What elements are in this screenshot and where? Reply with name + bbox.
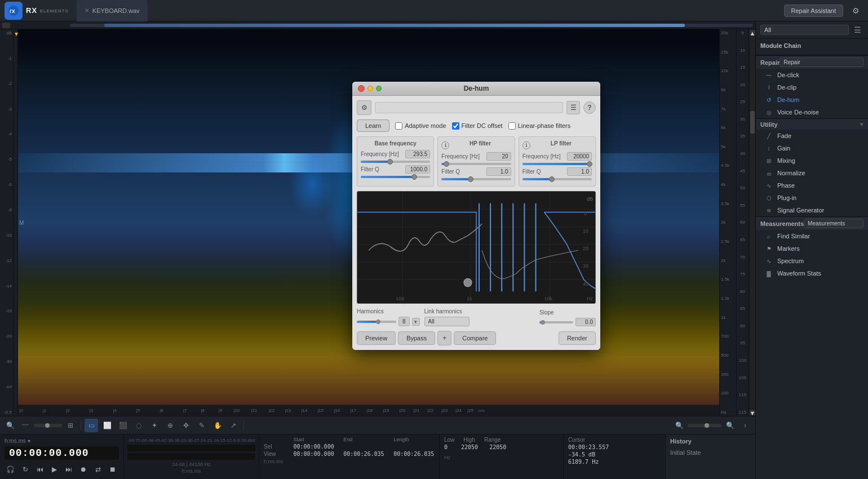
module-fade[interactable]: ╱ Fade <box>756 130 868 142</box>
go-end-btn[interactable]: ⏭ <box>63 463 76 476</box>
zoom-h-slider[interactable] <box>34 424 62 427</box>
module-spectrum[interactable]: ∿ Spectrum <box>756 255 868 267</box>
scrub-btn[interactable]: ⊕ <box>163 419 177 432</box>
module-plugin[interactable]: ⬡ Plug-in <box>756 192 868 204</box>
repair-assistant-button[interactable]: Repair Assistant <box>784 5 843 17</box>
tab-close-icon[interactable]: ✕ <box>85 7 89 14</box>
loop-icon[interactable]: ↻ <box>19 463 32 476</box>
time-mode-label[interactable]: h:ms.ms ▾ <box>5 438 119 444</box>
module-normalize[interactable]: ⚌ Normalize <box>756 167 868 179</box>
select-lasso-btn[interactable]: ◌ <box>132 419 145 432</box>
module-phase[interactable]: ∿ Phase <box>756 179 868 192</box>
dialog-maximize-btn[interactable] <box>376 86 382 91</box>
module-find-similar[interactable]: ⌕ Find Similar <box>756 230 868 242</box>
scroll-thumb[interactable] <box>104 24 685 27</box>
loop-sel-btn[interactable]: ⇄ <box>92 463 104 476</box>
linear-phase-checkbox[interactable] <box>508 122 516 130</box>
lp-freq-slider[interactable] <box>522 163 592 165</box>
file-tab[interactable]: ✕ KEYBOARD.wav <box>77 0 148 21</box>
lp-freq-thumb[interactable] <box>587 161 592 167</box>
utility-category-header[interactable]: Utility ▾ <box>756 118 868 130</box>
slope-slider[interactable] <box>539 321 573 323</box>
dialog-close-btn[interactable] <box>358 85 365 92</box>
hp-filterq-slider[interactable] <box>441 178 511 180</box>
zoom-fit-btn[interactable]: ⊞ <box>64 419 77 432</box>
zoom-v-slider[interactable] <box>688 424 721 427</box>
module-dehum[interactable]: ↺ De-hum <box>756 94 868 106</box>
base-freq-value[interactable]: 293.5 <box>405 150 430 158</box>
hp-freq-value[interactable]: 20 <box>486 152 511 161</box>
learn-btn[interactable]: Learn <box>357 119 389 132</box>
render-btn[interactable]: Render <box>559 331 596 345</box>
record-btn[interactable]: ⏺ <box>77 463 90 476</box>
waveform-btn[interactable]: 〰 <box>19 419 32 432</box>
scroll-track[interactable] <box>70 24 753 27</box>
panel-menu-icon[interactable]: ☰ <box>851 24 863 36</box>
zoom-in-btn[interactable]: 🔍 <box>3 419 17 432</box>
module-markers[interactable]: ⚑ Markers <box>756 242 868 255</box>
slope-thumb[interactable] <box>541 320 545 325</box>
dialog-settings-icon[interactable]: ⚙ <box>357 100 371 115</box>
hand-btn[interactable]: ✋ <box>211 419 224 432</box>
lp-filterq-value[interactable]: 1.0 <box>567 167 592 176</box>
plus-btn[interactable]: + <box>437 331 451 345</box>
dialog-list-icon[interactable]: ☰ <box>566 101 580 114</box>
preview-btn[interactable]: Preview <box>357 331 396 345</box>
base-filterq-value[interactable]: 1000.0 <box>405 165 430 174</box>
headphone-icon[interactable]: 🎧 <box>5 463 17 476</box>
lp-filterq-thumb[interactable] <box>549 176 555 182</box>
harmonics-thumb[interactable] <box>376 320 380 324</box>
harmonics-value[interactable]: 8 <box>398 317 410 326</box>
slope-value[interactable]: 0.0 <box>575 318 596 326</box>
scroll-down-btn[interactable]: ▼ <box>750 410 755 415</box>
bypass-btn[interactable]: Bypass <box>398 331 435 345</box>
zoom-in-v-icon[interactable]: 🔍 <box>723 419 737 432</box>
collapse-btn[interactable] <box>2 23 10 28</box>
dialog-preset-select[interactable] <box>375 102 563 113</box>
arrow-btn[interactable]: ↗ <box>227 419 240 432</box>
harmonics-dropdown-icon[interactable]: ▾ <box>412 318 420 326</box>
lp-freq-value[interactable]: 20000 <box>567 152 592 161</box>
hp-filterq-thumb[interactable] <box>468 176 473 182</box>
zoom-out-icon[interactable]: 🔍 <box>672 419 686 432</box>
pencil-btn[interactable]: ✎ <box>195 419 209 432</box>
select-time-btn[interactable]: ⬜ <box>100 419 114 432</box>
module-mixing[interactable]: ⊞ Mixing <box>756 154 868 167</box>
harmonics-slider[interactable] <box>357 321 396 323</box>
sync-btn[interactable]: ⏹ <box>107 463 119 476</box>
filter-dc-label[interactable]: Filter DC offset <box>452 122 503 130</box>
scroll-track-v[interactable] <box>750 37 755 409</box>
hp-freq-slider[interactable] <box>441 163 511 165</box>
zoom-h-thumb[interactable] <box>45 423 50 428</box>
compare-btn[interactable]: Compare <box>454 331 496 345</box>
measurements-subcategory-select[interactable]: Measurements <box>804 219 863 228</box>
base-freq-slider-thumb[interactable] <box>387 159 393 165</box>
link-harmonics-select[interactable]: All <box>424 317 470 326</box>
module-signal-gen[interactable]: ≋ Signal Generator <box>756 204 868 216</box>
adaptive-mode-checkbox[interactable] <box>395 122 402 130</box>
heal-btn[interactable]: ✥ <box>179 419 193 432</box>
vertical-scrollbar[interactable]: ▲ ▼ <box>749 29 755 416</box>
repair-category-header[interactable]: Repair Repair <box>756 55 868 69</box>
scroll-thumb-v[interactable] <box>750 111 755 134</box>
module-waveform-stats[interactable]: ▓ Waveform Stats <box>756 267 868 280</box>
hp-filterq-value[interactable]: 1.0 <box>486 167 511 176</box>
module-voice-denoise[interactable]: ◎ Voice De-noise <box>756 106 868 118</box>
zoom-v-thumb[interactable] <box>705 423 709 428</box>
filter-dc-checkbox[interactable] <box>452 122 459 130</box>
module-gain[interactable]: ↕ Gain <box>756 142 868 154</box>
module-declip[interactable]: ⌇ De-clip <box>756 81 868 94</box>
linear-phase-label[interactable]: Linear-phase filters <box>508 122 571 130</box>
hp-freq-thumb[interactable] <box>444 161 449 167</box>
base-filterq-slider[interactable] <box>361 176 430 178</box>
select-magic-btn[interactable]: ✦ <box>148 419 161 432</box>
base-filterq-thumb[interactable] <box>411 174 417 180</box>
play-btn[interactable]: ▶ <box>48 463 61 476</box>
select-freq-btn[interactable]: ⬛ <box>116 419 130 432</box>
lp-filterq-slider[interactable] <box>522 178 592 180</box>
adaptive-mode-label[interactable]: Adaptive mode <box>395 122 446 130</box>
panel-all-select[interactable]: All <box>760 25 849 35</box>
go-start-btn[interactable]: ⏮ <box>34 463 46 476</box>
base-freq-slider[interactable] <box>361 161 430 163</box>
scroll-up-btn[interactable]: ▲ <box>750 30 755 36</box>
